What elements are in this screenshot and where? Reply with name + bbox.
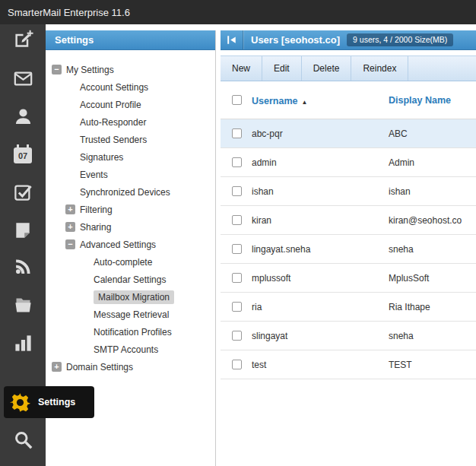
tree-item-sharing[interactable]: +Sharing: [46, 218, 215, 236]
settings-flyout[interactable]: Settings: [4, 386, 94, 418]
folders-icon[interactable]: [0, 295, 46, 315]
username-column-header[interactable]: Username: [252, 96, 297, 106]
delete-button[interactable]: Delete: [302, 56, 352, 81]
tree-item-auto-complete[interactable]: Auto-complete: [46, 253, 215, 271]
tree-item-label: Signatures: [80, 152, 123, 163]
settings-gear-icon[interactable]: [9, 392, 31, 414]
reindex-button[interactable]: Reindex: [351, 56, 408, 81]
content-area: Users [seohost.co] 9 users, 4 / 2000 Siz…: [221, 30, 476, 466]
displayname-cell: ABC: [389, 128, 476, 139]
table-row[interactable]: abc-pqrABC: [221, 119, 476, 148]
tree-item-notification-profiles[interactable]: Notification Profiles: [46, 323, 215, 341]
table-row[interactable]: kirankiran@seohost.co: [221, 206, 476, 235]
username-cell: abc-pqr: [252, 128, 389, 139]
username-cell: test: [252, 360, 389, 370]
tree-item-account-profile[interactable]: Account Profile: [46, 96, 215, 113]
settings-flyout-label: Settings: [38, 397, 75, 407]
tree-item-label: Calendar Settings: [94, 274, 166, 285]
new-button[interactable]: New: [221, 56, 262, 81]
calendar-icon[interactable]: 07: [0, 144, 46, 163]
content-header: Users [seohost.co] 9 users, 4 / 2000 Siz…: [221, 30, 476, 50]
tree-item-auto-responder[interactable]: Auto-Responder: [46, 113, 215, 131]
expand-toggle-icon[interactable]: +: [52, 362, 62, 372]
tasks-icon[interactable]: [0, 182, 46, 203]
tree-item-calendar-settings[interactable]: Calendar Settings: [46, 271, 215, 288]
displayname-cell: TEST: [389, 360, 476, 370]
tree-item-label: Notification Profiles: [94, 327, 172, 338]
toolbar: NewEditDeleteReindex: [221, 55, 476, 81]
tree-item-label: Auto-complete: [94, 257, 152, 268]
notes-icon[interactable]: [0, 220, 46, 240]
search-icon[interactable]: [0, 430, 46, 450]
edit-button[interactable]: Edit: [262, 56, 302, 81]
username-cell: ishan: [252, 186, 389, 197]
tree-item-label: Message Retrieval: [94, 309, 169, 320]
displayname-cell: ishan: [389, 186, 476, 197]
row-checkbox[interactable]: [232, 186, 242, 196]
sort-asc-icon: ▲: [301, 99, 307, 106]
row-checkbox[interactable]: [232, 215, 242, 225]
tree-item-domain-settings[interactable]: +Domain Settings: [46, 358, 215, 376]
tree-item-smtp-accounts[interactable]: SMTP Accounts: [46, 341, 215, 358]
displayname-column-header[interactable]: Display Name: [389, 95, 476, 106]
mail-icon[interactable]: [0, 68, 46, 89]
tree-item-label: Account Profile: [80, 100, 141, 110]
row-checkbox[interactable]: [232, 360, 242, 369]
tree-item-label: Sharing: [80, 222, 111, 233]
tree-item-label: Advanced Settings: [80, 239, 156, 250]
calendar-date-label: 07: [14, 147, 32, 163]
collapse-toggle-icon[interactable]: −: [65, 239, 75, 249]
table-row[interactable]: mplussoftMplusSoft: [221, 264, 476, 293]
table-row[interactable]: adminAdmin: [221, 148, 476, 177]
select-all-checkbox[interactable]: [232, 95, 242, 105]
tree-item-label: Events: [80, 170, 108, 180]
app-titlebar: SmarterMail Enterprise 11.6: [0, 0, 476, 24]
users-table: Username▲ Display Name abc-pqrABCadminAd…: [221, 81, 476, 379]
table-row[interactable]: slingayatsneha: [221, 322, 476, 350]
compose-icon[interactable]: [0, 29, 46, 49]
tree-item-events[interactable]: Events: [46, 166, 215, 183]
tree-item-filtering[interactable]: +Filtering: [46, 201, 215, 218]
settings-panel-title: Settings: [55, 34, 94, 46]
row-checkbox[interactable]: [232, 273, 242, 283]
table-row[interactable]: testTEST: [221, 350, 476, 379]
table-row[interactable]: lingayat.snehasneha: [221, 235, 476, 264]
username-cell: ria: [252, 302, 389, 312]
tree-item-label: SMTP Accounts: [94, 344, 158, 355]
tree-item-trusted-senders[interactable]: Trusted Senders: [46, 131, 215, 148]
row-checkbox[interactable]: [232, 128, 242, 138]
username-cell: admin: [252, 157, 389, 168]
tree-item-synchronized-devices[interactable]: Synchronized Devices: [46, 183, 215, 201]
tree-item-label: Domain Settings: [66, 362, 133, 372]
tree-item-advanced-settings[interactable]: −Advanced Settings: [46, 236, 215, 253]
collapse-toggle-icon[interactable]: −: [52, 65, 62, 74]
settings-tree: −My SettingsAccount SettingsAccount Prof…: [46, 50, 215, 376]
row-checkbox[interactable]: [232, 302, 242, 312]
tree-item-label: Account Settings: [80, 82, 148, 93]
tree-item-my-settings[interactable]: −My Settings: [46, 61, 215, 78]
tree-item-mailbox-migration[interactable]: Mailbox Migration: [46, 288, 215, 306]
displayname-cell: kiran@seohost.co: [389, 215, 476, 226]
row-checkbox[interactable]: [232, 157, 242, 167]
tree-item-account-settings[interactable]: Account Settings: [46, 78, 215, 96]
tree-item-message-retrieval[interactable]: Message Retrieval: [46, 306, 215, 323]
displayname-cell: sneha: [389, 244, 476, 255]
settings-panel-header: Settings: [46, 30, 215, 50]
table-row[interactable]: ishanishan: [221, 177, 476, 206]
tree-item-label: Mailbox Migration: [94, 290, 174, 304]
expand-toggle-icon[interactable]: +: [65, 204, 75, 214]
row-checkbox[interactable]: [232, 331, 242, 341]
row-checkbox[interactable]: [232, 244, 242, 254]
table-body: abc-pqrABCadminAdminishanishankirankiran…: [221, 119, 476, 379]
tree-item-signatures[interactable]: Signatures: [46, 148, 215, 166]
displayname-cell: Admin: [389, 157, 476, 168]
collapse-panel-button[interactable]: [221, 30, 243, 49]
contacts-icon[interactable]: [0, 106, 46, 127]
expand-toggle-icon[interactable]: +: [65, 222, 75, 232]
reports-icon[interactable]: [0, 333, 46, 353]
table-row[interactable]: riaRia Ithape: [221, 293, 476, 322]
user-count-badge: 9 users, 4 / 2000 Size(MB): [347, 33, 453, 46]
rss-icon[interactable]: [0, 257, 46, 276]
nav-rail: 07: [0, 24, 46, 466]
tree-item-label: My Settings: [66, 65, 114, 75]
